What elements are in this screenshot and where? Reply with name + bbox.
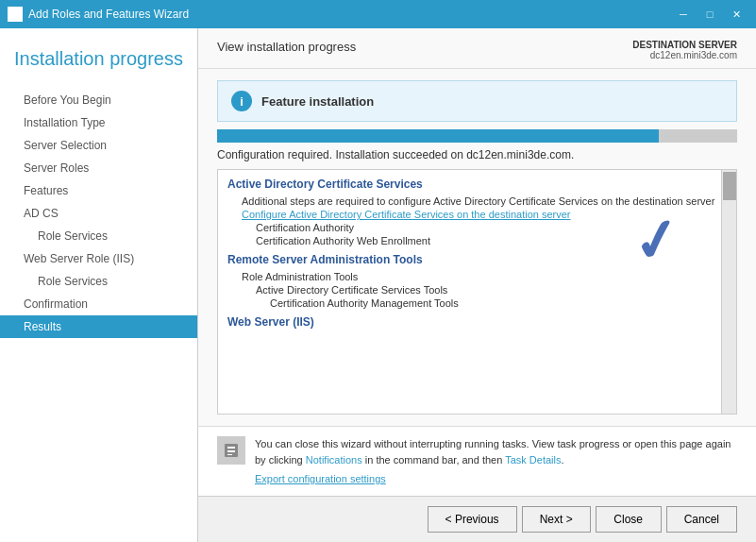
notifications-link-text: Notifications	[306, 454, 362, 466]
sidebar-item-features[interactable]: Features	[0, 179, 197, 202]
feature-install-label: Feature installation	[261, 94, 374, 109]
svg-rect-2	[9, 15, 14, 20]
scrollbar-thumb	[723, 172, 736, 200]
success-message: Configuration required. Installation suc…	[217, 148, 737, 161]
notification-box: You can close this wizard without interr…	[217, 436, 737, 486]
previous-button[interactable]: < Previous	[428, 506, 517, 533]
result-cert-authority-web: Certification Authority Web Enrollment	[227, 234, 717, 247]
title-bar: Add Roles and Features Wizard ─ □ ✕	[0, 0, 756, 28]
content-body: i Feature installation Configuration req…	[198, 69, 756, 426]
destination-server-label: DESTINATION SERVER	[632, 40, 737, 50]
svg-rect-6	[227, 450, 235, 452]
maximize-button[interactable]: □	[697, 5, 722, 24]
export-link[interactable]: Export configuration settings	[255, 473, 386, 484]
destination-server-value: dc12en.mini3de.com	[650, 50, 737, 60]
sidebar-item-ad-cs[interactable]: AD CS	[0, 202, 197, 225]
notification-icon	[217, 436, 245, 465]
close-button[interactable]: Close	[596, 506, 662, 533]
svg-rect-5	[227, 447, 235, 449]
info-icon: i	[231, 91, 252, 111]
sidebar-item-results[interactable]: Results	[0, 315, 197, 338]
sidebar-item-confirmation[interactable]: Confirmation	[0, 293, 197, 315]
minimize-button[interactable]: ─	[671, 5, 696, 24]
progress-bar-fill	[217, 129, 659, 143]
task-details-link-text: Task Details	[505, 454, 561, 466]
result-ca-mgmt-tools: Certification Authority Management Tools	[227, 296, 717, 310]
window-close-button[interactable]: ✕	[724, 5, 748, 24]
svg-rect-3	[16, 15, 21, 20]
result-section-rsat: Remote Server Administration Tools	[227, 253, 717, 266]
results-box: Active Directory Certificate Services Ad…	[217, 169, 737, 415]
title-bar-left: Add Roles and Features Wizard	[8, 7, 189, 22]
destination-server-info: DESTINATION SERVER dc12en.mini3de.com	[632, 40, 737, 60]
sidebar-item-server-roles[interactable]: Server Roles	[0, 157, 197, 179]
result-adcs-link[interactable]: Configure Active Directory Certificate S…	[227, 208, 717, 221]
sidebar-item-before-you-begin[interactable]: Before You Begin	[0, 89, 197, 111]
results-scrollbar[interactable]	[721, 170, 736, 414]
result-section-iis: Web Server (IIS)	[227, 315, 717, 329]
cancel-button[interactable]: Cancel	[666, 506, 737, 533]
svg-rect-7	[227, 454, 232, 455]
content-header: View installation progress DESTINATION S…	[198, 28, 756, 69]
result-role-admin-tools: Role Administration Tools	[227, 270, 717, 283]
sidebar-item-installation-type[interactable]: Installation Type	[0, 111, 197, 134]
next-button[interactable]: Next >	[522, 506, 591, 533]
sidebar-item-role-services-1[interactable]: Role Services	[0, 225, 197, 247]
sidebar-title: Installation progress	[14, 47, 183, 70]
result-adcs-warning: Additional steps are required to configu…	[227, 195, 717, 208]
svg-rect-0	[9, 8, 14, 13]
feature-install-banner: i Feature installation	[217, 80, 737, 122]
sidebar-nav: Before You Begin Installation Type Serve…	[0, 84, 197, 542]
notification-area: You can close this wizard without interr…	[198, 426, 756, 496]
window-controls: ─ □ ✕	[671, 5, 748, 24]
footer-bar: < Previous Next > Close Cancel	[198, 496, 756, 542]
notification-message: You can close this wizard without interr…	[255, 436, 737, 467]
progress-bar-container	[217, 129, 737, 143]
content-area: View installation progress DESTINATION S…	[198, 28, 756, 542]
content-title: View installation progress	[217, 40, 356, 54]
results-scroll-area[interactable]: Active Directory Certificate Services Ad…	[218, 170, 736, 414]
sidebar-item-role-services-2[interactable]: Role Services	[0, 270, 197, 293]
sidebar-item-web-server-role[interactable]: Web Server Role (IIS)	[0, 247, 197, 270]
sidebar-item-server-selection[interactable]: Server Selection	[0, 134, 197, 157]
result-cert-authority: Certification Authority	[227, 221, 717, 234]
notification-text: You can close this wizard without interr…	[255, 436, 737, 486]
sidebar-header: Installation progress	[0, 28, 197, 84]
svg-rect-1	[16, 8, 21, 13]
sidebar: Installation progress Before You Begin I…	[0, 28, 198, 542]
result-adcs-tools: Active Directory Certificate Services To…	[227, 283, 717, 296]
result-section-adcs: Active Directory Certificate Services	[227, 178, 717, 191]
main-container: Installation progress Before You Begin I…	[0, 28, 756, 542]
app-icon	[8, 7, 23, 22]
window-title: Add Roles and Features Wizard	[28, 8, 189, 21]
